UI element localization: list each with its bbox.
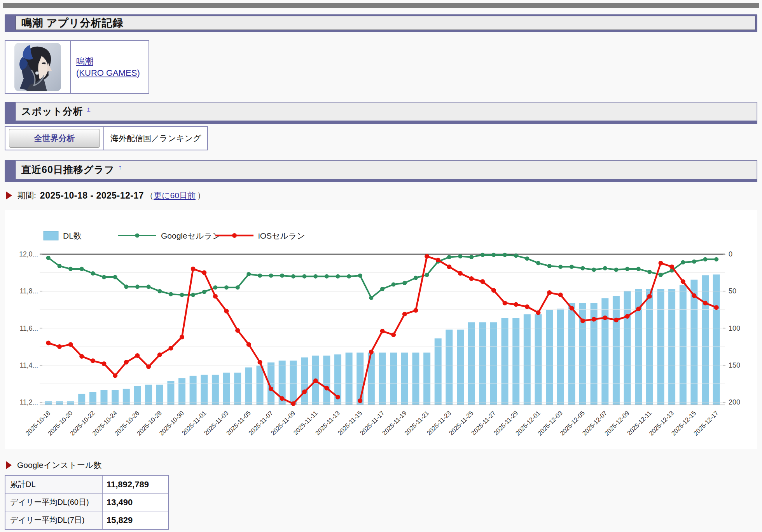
app-icon-image [14,43,61,91]
more-60days-link[interactable]: 更に60日前 [154,190,196,201]
developer-link[interactable]: KURO GAMES [79,68,137,78]
stat-value-avg60: 13,490 [103,494,168,511]
svg-text:12,0...: 12,0... [19,250,38,258]
section-title-spot: スポット分析 [21,106,83,117]
app-icon-cell [5,41,71,93]
svg-text:150: 150 [729,361,740,369]
svg-text:11,8...: 11,8... [20,287,38,295]
graph-anchor-link[interactable]: ↑ [119,164,122,171]
google-install-heading-row: Googleインストール数 [6,460,101,471]
period-range: 2025-10-18 - 2025-12-17 [40,190,144,201]
install-stats-table: 累計DL 11,892,789 デイリー平均DL(60日) 13,490 デイリ… [5,475,169,530]
tab-world-cell: 全世界分析 [5,127,103,150]
section-bar-spot-analysis: スポット分析↑ [5,102,757,124]
svg-text:11,6...: 11,6... [20,324,38,332]
stat-label-avg60: デイリー平均DL(60日) [5,494,103,511]
period-label: 期間: [17,190,36,201]
section-bar-60day-graph: 直近60日推移グラフ↑ [5,160,757,182]
table-row: デイリー平均DL(60日) 13,490 [5,494,168,511]
stat-value-avg7: 15,829 [103,511,168,529]
svg-text:Googleセルラン: Googleセルラン [161,231,221,240]
period-paren-close: ） [197,190,205,201]
svg-text:50: 50 [729,287,736,295]
google-install-heading: Googleインストール数 [17,460,101,471]
spot-tab-row: 全世界分析 海外配信国／ランキング [5,126,208,150]
red-triangle-icon [6,461,12,469]
table-row: デイリー平均DL(7日) 15,829 [5,511,168,529]
stat-value-total-dl: 11,892,789 [103,476,168,493]
dev-paren-close: ) [137,68,140,78]
section-title-graph: 直近60日推移グラフ [21,164,115,175]
app-links-cell: 鳴潮 (KURO GAMES) [71,41,149,93]
period-paren-open: （ [145,190,154,201]
tab-worldwide-analysis[interactable]: 全世界分析 [9,129,100,148]
svg-text:100: 100 [729,324,740,332]
svg-text:2025-11-09: 2025-11-09 [269,410,296,436]
tab-overseas-ranking[interactable]: 海外配信国／ランキング [103,127,207,150]
svg-text:iOSセルラン: iOSセルラン [258,231,305,240]
page-title-bar: 鳴潮 アプリ分析記録 [5,14,757,32]
app-name-link[interactable]: 鳴潮 [76,56,93,66]
svg-text:11,4...: 11,4... [20,361,38,369]
stat-label-total-dl: 累計DL [5,476,103,493]
app-info-box: 鳴潮 (KURO GAMES) [5,40,149,94]
red-triangle-icon [6,192,12,199]
top-divider-bar [3,3,759,8]
svg-text:DL数: DL数 [63,231,82,240]
svg-text:11,2...: 11,2... [20,398,38,406]
table-row: 累計DL 11,892,789 [5,476,168,494]
spot-anchor-link[interactable]: ↑ [87,106,90,112]
svg-text:200: 200 [729,398,740,406]
stat-label-avg7: デイリー平均DL(7日) [5,511,103,529]
svg-text:0: 0 [729,250,732,258]
period-row: 期間: 2025-10-18 - 2025-12-17 （更に60日前） [6,190,205,201]
trend-chart: 12,0...011,8...5011,6...10011,4...15011,… [5,210,757,449]
page-title: 鳴潮 アプリ分析記録 [16,16,755,30]
